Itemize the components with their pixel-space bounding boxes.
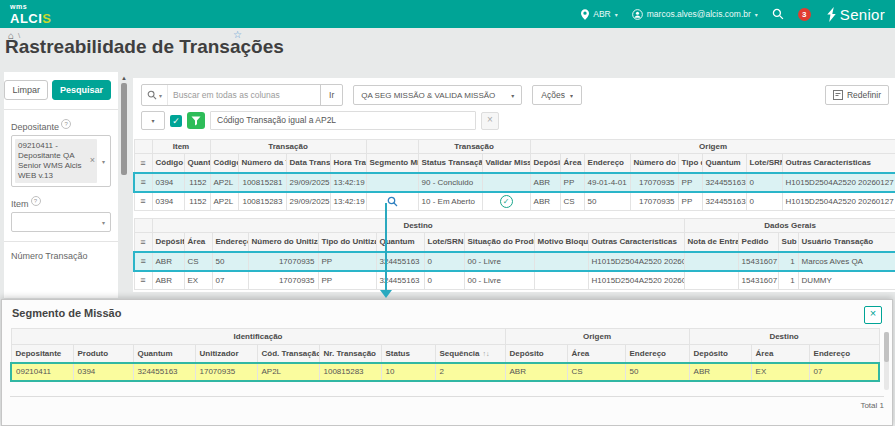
- column-header[interactable]: Status Transação...: [418, 154, 482, 173]
- search-input[interactable]: [168, 90, 320, 100]
- chevron-down-icon[interactable]: ▾: [97, 213, 110, 231]
- row-menu-icon[interactable]: ≡: [134, 192, 152, 211]
- column-header[interactable]: Endereço...: [212, 233, 248, 252]
- column-header[interactable]: Código d...: [152, 154, 184, 173]
- column-header[interactable]: Nr. Transação: [319, 345, 381, 363]
- column-header[interactable]: Tipo do Unitizador: [318, 233, 376, 252]
- row-menu-icon[interactable]: ≡: [134, 233, 152, 252]
- column-header[interactable]: Status: [381, 345, 435, 363]
- table-row[interactable]: ≡ 0394 1152 AP2L 100815281 29/09/2025 13…: [134, 173, 895, 192]
- scroll-up-icon[interactable]: ▲: [120, 74, 128, 82]
- table-row[interactable]: ≡ ABR CS 50 17070935 PP 324455163 0 00 -…: [134, 252, 895, 271]
- user-menu[interactable]: marcos.alves@alcis.com.br ▾: [632, 9, 758, 20]
- row-menu-icon[interactable]: ≡: [134, 252, 152, 271]
- notification-badge[interactable]: 3: [798, 8, 811, 21]
- redefine-button[interactable]: Redefinir: [825, 85, 889, 105]
- item-select[interactable]: ▾: [11, 212, 111, 232]
- column-header[interactable]: Depósito: [689, 345, 751, 363]
- column-header[interactable]: Sub: [778, 233, 798, 252]
- column-header[interactable]: Quanti...: [184, 154, 210, 173]
- column-header[interactable]: Produto: [73, 345, 133, 363]
- column-header-sequencia[interactable]: Sequência↑↓: [435, 345, 505, 363]
- column-header[interactable]: Hora Trans...: [330, 154, 366, 173]
- column-header[interactable]: Endereço: [809, 345, 879, 363]
- global-search-icon[interactable]: [772, 8, 784, 20]
- scrollbar-thumb[interactable]: [121, 83, 127, 175]
- column-header[interactable]: Número do Uni...: [630, 154, 678, 173]
- location-pin-icon: [581, 9, 589, 20]
- row-menu-icon[interactable]: ≡: [134, 271, 152, 290]
- view-selector-value: QA SEG MISSÃO & VALIDA MISSÃO: [361, 91, 495, 100]
- column-header[interactable]: Outras Características: [782, 154, 895, 173]
- column-header[interactable]: Motivo Bloqueio: [534, 233, 588, 252]
- location-selector[interactable]: ABR ▾: [581, 9, 618, 20]
- actions-button[interactable]: Ações ▾: [532, 85, 582, 105]
- column-header[interactable]: Depositante: [11, 345, 73, 363]
- column-header[interactable]: Área: [184, 233, 212, 252]
- column-header[interactable]: Área: [751, 345, 809, 363]
- chevron-down-icon: ▾: [615, 11, 618, 18]
- column-header[interactable]: Usuário Transação: [798, 233, 895, 252]
- column-header[interactable]: Lote/SRN: [746, 154, 782, 173]
- close-icon[interactable]: ×: [864, 306, 882, 324]
- column-header[interactable]: Outras Características: [588, 233, 684, 252]
- filter-remove-button[interactable]: ×: [481, 112, 499, 130]
- column-header[interactable]: Número da Tr...: [238, 154, 286, 173]
- column-header[interactable]: Depósito...: [152, 233, 184, 252]
- filter-expression[interactable]: Código Transação igual a AP2L: [210, 111, 476, 130]
- scrollbar-thumb[interactable]: [884, 332, 889, 362]
- column-header[interactable]: Depósito: [505, 345, 567, 363]
- alcis-logo[interactable]: wms ALCIS: [10, 3, 52, 26]
- column-header[interactable]: Código: [210, 154, 238, 173]
- table-row[interactable]: ≡ ABR EX 07 17070935 PP 324455163 0 00 -…: [134, 271, 895, 290]
- column-header[interactable]: Número do Unitizador: [248, 233, 318, 252]
- depositante-label: Depositante?: [11, 119, 111, 132]
- numero-transacao-label: Número Transação: [11, 251, 111, 261]
- validar-missao-check-icon[interactable]: ✓: [500, 195, 513, 208]
- column-header[interactable]: Quantum: [376, 233, 424, 252]
- column-header[interactable]: Tipo d...: [678, 154, 702, 173]
- search-button[interactable]: Pesquisar: [52, 80, 111, 100]
- divider: [4, 109, 118, 110]
- column-header[interactable]: Lote/SRN: [424, 233, 464, 252]
- column-header-row: ≡ Código d... Quanti... Código Número da…: [134, 154, 895, 173]
- column-header[interactable]: Quantum: [702, 154, 746, 173]
- column-header[interactable]: Endereço: [584, 154, 630, 173]
- column-header[interactable]: Área: [567, 345, 625, 363]
- column-header[interactable]: Quantum: [133, 345, 195, 363]
- modal-scrollbar[interactable]: [884, 332, 889, 390]
- column-header[interactable]: Validar Missão: [482, 154, 530, 173]
- clear-button[interactable]: Limpar: [4, 80, 48, 100]
- go-button[interactable]: Ir: [320, 85, 342, 105]
- chevron-down-icon[interactable]: ▾: [97, 136, 110, 186]
- group-identificacao: Identificação: [11, 329, 505, 345]
- search-scope-dropdown[interactable]: ▾: [142, 85, 168, 105]
- row-menu-icon[interactable]: ≡: [134, 173, 152, 192]
- segmento-missao-modal: Segmento de Missão × Identificação Orige…: [1, 299, 893, 426]
- column-header[interactable]: Cód. Transação: [257, 345, 319, 363]
- depositante-select[interactable]: 09210411 - Depositante QA Senior WMS Alc…: [11, 135, 111, 187]
- segmento-missao-search-icon[interactable]: [387, 196, 398, 207]
- column-header[interactable]: Nota de Entrada...: [684, 233, 738, 252]
- table-row[interactable]: ≡ 0394 1152 AP2L 100815283 29/09/2025 13…: [134, 192, 895, 211]
- filter-dropdown-button[interactable]: ▾: [141, 111, 165, 130]
- column-header[interactable]: Área: [560, 154, 584, 173]
- column-header[interactable]: Pedido: [738, 233, 778, 252]
- chip-remove-icon[interactable]: ×: [90, 156, 95, 164]
- column-header[interactable]: Data Transação...: [286, 154, 330, 173]
- filter-active-checkbox[interactable]: ✓: [170, 115, 182, 127]
- row-menu-icon[interactable]: ≡: [134, 154, 152, 173]
- help-icon: ?: [31, 196, 41, 206]
- sort-icon[interactable]: ↑↓: [483, 350, 490, 357]
- location-label: ABR: [593, 9, 610, 19]
- column-header[interactable]: Unitizador: [195, 345, 257, 363]
- column-header[interactable]: Depósi...: [530, 154, 560, 173]
- sidebar-scrollbar[interactable]: ▲: [120, 74, 128, 292]
- filter-funnel-icon[interactable]: [187, 112, 205, 129]
- column-header[interactable]: Situação do Produto...: [464, 233, 534, 252]
- column-header[interactable]: Segmento Missão...: [366, 154, 418, 173]
- chevron-down-icon: ▾: [511, 92, 514, 99]
- view-selector[interactable]: QA SEG MISSÃO & VALIDA MISSÃO ▾: [353, 85, 522, 105]
- column-header[interactable]: Endereço: [625, 345, 689, 363]
- table-row[interactable]: 09210411 0394 324455163 17070935 AP2L 10…: [11, 363, 879, 381]
